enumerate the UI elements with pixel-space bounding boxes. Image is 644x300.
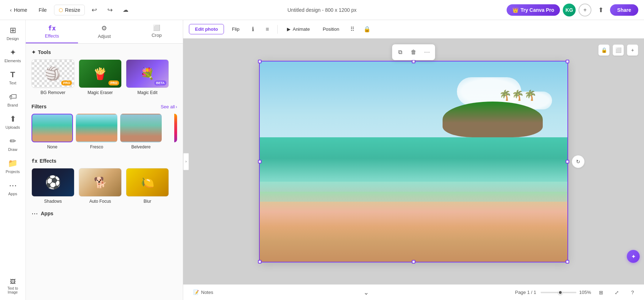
undo-button[interactable]: ↩ — [88, 4, 101, 16]
canvas-viewport: 🔒 ⬜ + › — [183, 39, 644, 284]
filter-card-none[interactable]: None — [31, 114, 73, 149]
beach-trees: 🌴🌴🌴 — [499, 89, 537, 101]
pro-badge: PRO — [61, 80, 72, 85]
position-button[interactable]: Position — [318, 24, 344, 34]
lines-button[interactable]: ≡ — [262, 24, 273, 35]
grid-dots-icon: ⠿ — [350, 26, 355, 33]
effect-card-shadows[interactable]: Shadows — [31, 168, 74, 204]
file-label: File — [39, 7, 47, 13]
shadows-preview — [31, 168, 74, 197]
top-bar-left: ‹ Home File ⬡ Resize ↩ ↪ ☁ — [6, 4, 132, 16]
animate-button[interactable]: ▶ Animate — [282, 24, 315, 34]
grid-dots-button[interactable]: ⠿ — [347, 24, 358, 35]
beta-badge: BETA — [154, 80, 166, 85]
filter-label: None — [47, 144, 58, 149]
add-collaborator-button[interactable]: + — [579, 4, 591, 16]
effects-section-title: fx Effects — [31, 158, 177, 164]
page-info: Page 1 / 1 — [515, 290, 536, 295]
effect-card-auto-focus[interactable]: Auto Focus — [79, 168, 122, 204]
sidebar-item-elements[interactable]: ✦ Elements — [1, 45, 24, 66]
float-more-button[interactable]: ··· — [421, 46, 434, 59]
float-delete-button[interactable]: 🗑 — [407, 46, 420, 59]
tool-label: Magic Edit — [137, 90, 157, 95]
filter-card-belvedere[interactable]: Belvedere — [120, 114, 162, 149]
avatar-button[interactable]: KG — [563, 4, 576, 16]
brand-icon: 🏷 — [9, 92, 17, 102]
tab-adjust[interactable]: ⚙ Adjust — [78, 20, 130, 43]
chevron-right-icon: › — [185, 159, 186, 163]
canvas-frame: 🌴🌴🌴 — [260, 62, 567, 262]
filter-card-fresco[interactable]: Fresco — [76, 114, 117, 149]
copy-frame-icon: ⬜ — [615, 47, 621, 53]
float-copy-button[interactable]: ⧉ — [394, 46, 406, 59]
blur-preview — [126, 168, 169, 197]
zoom-slider[interactable] — [541, 292, 576, 293]
tab-effects[interactable]: fx Effects — [26, 20, 78, 43]
pro-badge: PRO — [108, 80, 119, 85]
flip-button[interactable]: Flip — [227, 24, 244, 34]
edit-photo-button[interactable]: Edit photo — [189, 24, 224, 34]
sidebar-item-design[interactable]: ⊞ Design — [1, 23, 24, 44]
collapse-right-button[interactable]: › — [183, 153, 189, 170]
sidebar-item-text-to-image[interactable]: 🖼 Text to Image — [1, 276, 24, 297]
tool-card-bg-remover[interactable]: 🏐 PRO BG Remover — [31, 59, 74, 95]
zoom-control: 105% — [541, 290, 591, 295]
sidebar-item-label: Elements — [5, 59, 21, 63]
sidebar-item-text[interactable]: T Text — [1, 67, 24, 88]
zoom-level: 105% — [579, 290, 591, 295]
wand-icon: ✦ — [31, 49, 36, 55]
sidebar-item-label: Design — [6, 36, 19, 41]
redo-button[interactable]: ↪ — [103, 4, 116, 16]
more-options-button[interactable]: ? — [627, 287, 638, 298]
sidebar-item-label: Text — [9, 81, 16, 85]
rainbow-sand — [260, 192, 567, 242]
share-button[interactable]: Share — [610, 4, 638, 16]
lock-corner-icon: 🔒 — [601, 47, 607, 53]
notes-icon: 📝 — [193, 290, 199, 295]
grid-view-icon: ⊞ — [599, 290, 603, 295]
sidebar-item-draw[interactable]: ✏ Draw — [1, 134, 24, 154]
effects-tab-icon: fx — [48, 24, 56, 32]
notes-button[interactable]: 📝 Notes — [189, 287, 218, 297]
sidebar-item-brand[interactable]: 🏷 Brand — [1, 89, 24, 110]
file-button[interactable]: File — [34, 5, 51, 15]
effect-card-blur[interactable]: Blur — [126, 168, 169, 204]
tool-card-magic-eraser[interactable]: 🍟 PRO Magic Eraser — [79, 59, 122, 95]
try-pro-button[interactable]: 👑 Try Canva Pro — [507, 4, 560, 16]
lock-button[interactable]: 🔒 — [361, 24, 373, 35]
design-title: Untitled design - 800 x 1200 px — [287, 7, 356, 13]
text-to-image-icon: 🖼 — [10, 279, 16, 285]
apps-row[interactable]: ⋯ Apps — [31, 210, 177, 217]
adjust-tab-icon: ⚙ — [101, 24, 107, 32]
beach-island — [443, 102, 543, 137]
sidebar-item-uploads[interactable]: ⬆ Uploads — [1, 112, 24, 132]
draw-icon: ✏ — [10, 137, 16, 146]
cloud-save-button[interactable]: ☁ — [119, 4, 132, 16]
grid-view-button[interactable]: ⊞ — [595, 287, 607, 298]
expand-button[interactable]: ⤢ — [611, 287, 623, 298]
rotate-button[interactable]: ↻ — [572, 155, 585, 168]
home-button[interactable]: ‹ Home — [6, 5, 31, 15]
expand-icon: ⤢ — [615, 290, 619, 295]
plus-icon: + — [583, 7, 586, 13]
present-button[interactable]: ⬆ — [594, 4, 607, 16]
resize-button[interactable]: ⬡ Resize — [54, 5, 85, 15]
tab-crop[interactable]: ⬜ Crop — [131, 20, 183, 43]
effects-tab-label: Effects — [45, 33, 59, 39]
info-button[interactable]: ℹ — [247, 24, 259, 35]
tool-card-magic-edit[interactable]: 💐 BETA Magic Edit — [126, 59, 169, 95]
chart-icon: ⬆ — [598, 6, 604, 14]
canvas-image[interactable]: 🌴🌴🌴 — [260, 62, 567, 262]
sidebar-item-label: Projects — [6, 169, 20, 174]
chevron-right-icon: › — [176, 104, 177, 109]
zoom-thumb[interactable] — [558, 290, 562, 295]
see-all-filters-button[interactable]: See all › — [161, 104, 177, 109]
notes-label: Notes — [201, 290, 213, 295]
sidebar-item-projects[interactable]: 📁 Projects — [1, 156, 24, 177]
collapse-pages-button[interactable]: ⌄ — [360, 286, 373, 299]
filters-section-title: Filters — [31, 104, 47, 109]
bottom-bar: 📝 Notes ⌄ Page 1 / 1 105% ⊞ — [183, 284, 644, 300]
sidebar-item-apps[interactable]: ⋯ Apps — [1, 178, 24, 199]
help-fab-button[interactable]: ✦ — [627, 250, 640, 263]
filter-label: Belvedere — [131, 144, 151, 149]
